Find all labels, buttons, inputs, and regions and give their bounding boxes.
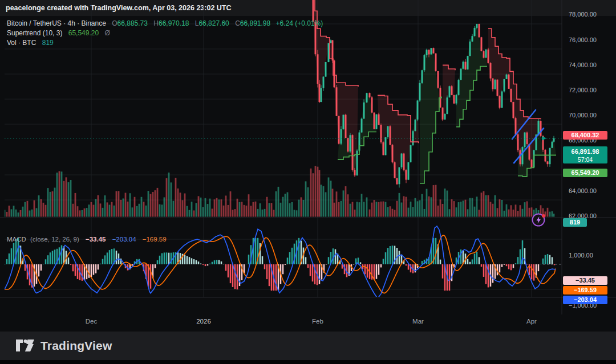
time-scale-tick: 2026	[196, 318, 211, 325]
open-label: O	[112, 19, 117, 27]
macd-legend-row[interactable]: MACD (close, 12, 26, 9) −33.45 −203.04 −…	[7, 236, 167, 243]
macd-name[interactable]: MACD	[7, 236, 26, 243]
supertrend-stop-badge: 68,400.32	[563, 131, 607, 140]
supertrend-hidden-icon[interactable]: Ø	[104, 29, 110, 37]
macd-line-value: −203.04	[112, 236, 136, 243]
volume-name[interactable]: Vol · BTC	[7, 39, 36, 47]
close-value: 66,891.98	[240, 19, 270, 27]
high-value: 66,970.18	[159, 19, 189, 27]
volume-legend-row[interactable]: Vol · BTC 819	[7, 39, 54, 47]
macd-signal-value: −169.59	[143, 236, 167, 243]
brand-name: TradingView	[40, 339, 112, 353]
symbol-title[interactable]: Bitcoin / TetherUS · 4h · Binance	[7, 19, 106, 27]
time-scale-tick: Dec	[86, 318, 97, 325]
lightning-icon	[531, 212, 547, 228]
volume-badge: 819	[563, 218, 587, 227]
time-scale-tick: Apr	[526, 318, 537, 325]
time-axis[interactable]: Dec2026FebMarApr	[0, 313, 562, 330]
time-scale-tick: Mar	[412, 318, 424, 325]
macd-line-badge: −203.04	[563, 296, 607, 304]
tradingview-logo-icon	[15, 339, 35, 353]
macd-hist-value: −33.45	[86, 236, 106, 243]
current-price-value: 66,891.98	[563, 148, 607, 156]
notification-dot	[542, 214, 545, 218]
supertrend-value: 65,549.20	[68, 29, 99, 37]
volume-value: 819	[42, 39, 54, 47]
lightning-button[interactable]	[531, 212, 547, 228]
macd-signal-badge: −169.59	[563, 286, 607, 295]
tradingview-chart-window: peacelonge created with TradingView.com,…	[0, 0, 616, 364]
footer-bar: TradingView	[0, 332, 616, 360]
macd-params: (close, 12, 26, 9)	[30, 236, 79, 243]
chart-canvas[interactable]	[0, 0, 616, 348]
supertrend-name[interactable]: Supertrend (10, 3)	[7, 29, 62, 37]
open-value: 66,885.73	[117, 19, 148, 27]
high-label: H	[153, 19, 159, 27]
change-value: +6.24 (+0.01%)	[276, 19, 323, 27]
time-scale-tick: Feb	[312, 318, 323, 325]
close-label: C	[235, 19, 240, 27]
candle-countdown: 57:04	[563, 156, 607, 163]
symbol-legend-row[interactable]: Bitcoin / TetherUS · 4h · Binance O66,88…	[7, 19, 323, 27]
supertrend-legend-row[interactable]: Supertrend (10, 3) 65,549.20 Ø	[7, 29, 110, 37]
bottom-strip	[0, 360, 616, 364]
tradingview-logo[interactable]: TradingView	[15, 339, 112, 353]
supertrend-value-badge: 65,549.20	[563, 169, 607, 177]
low-value: 66,827.60	[198, 19, 229, 27]
current-price-badge: 66,891.98 57:04	[563, 146, 607, 163]
macd-hist-badge: −33.45	[563, 276, 607, 285]
